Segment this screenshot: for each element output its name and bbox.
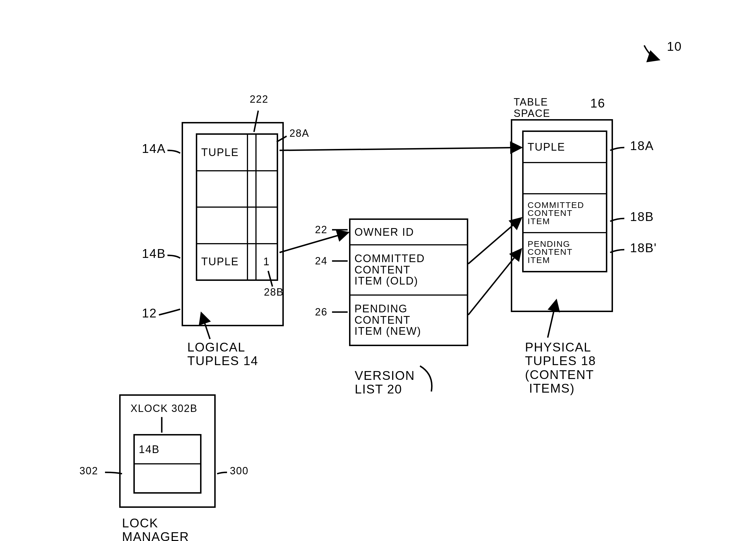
logical-row-a-label: TUPLE (201, 146, 239, 159)
ref-222: 222 (250, 94, 269, 105)
ref-18a: 18A (630, 139, 654, 153)
leader-14a (168, 150, 180, 153)
version-column-divider-1 (247, 133, 248, 281)
version-list-box: OWNER Id COMMITTED CONTENT ITEM (OLD) PE… (349, 219, 468, 346)
physical-caption: PHYSICAL TUPLES 18 (CONTENT ITEMS) (525, 340, 596, 395)
ref-16: 16 (590, 97, 605, 110)
version-column-divider-2 (256, 133, 257, 281)
arrow-14a-to-18a (280, 148, 521, 150)
logical-row-b-label: TUPLE (201, 256, 239, 268)
tablespace-header: TABLE SPACE (514, 97, 550, 119)
leader-12 (159, 309, 180, 315)
version-owner-label: OWNER Id (355, 226, 414, 238)
physical-row-bp-label: PENDING CONTENT ITEM (527, 240, 573, 265)
ref-24: 24 (315, 255, 328, 267)
leader-10 (644, 45, 658, 60)
physical-row-b-label: COMMITTED CONTENT ITEM (527, 201, 584, 226)
lock-list: 14B (133, 434, 202, 494)
version-pending-label: PENDING CONTENT ITEM (NEW) (355, 303, 421, 337)
figure-ref: 10 (667, 40, 682, 53)
version-committed-label: COMMITTED CONTENT ITEM (OLD) (355, 253, 425, 287)
ref-14b: 14B (142, 247, 166, 261)
logical-tuples-table: TUPLE TUPLE 1 (196, 133, 278, 281)
xlock-label: XLOCK 302B (131, 403, 198, 414)
leader-14b (168, 255, 180, 258)
leader-300 (217, 472, 227, 474)
diagram-canvas: 10 TUPLE TUPLE 1 14A 14B 12 222 28A 28B … (0, 0, 756, 541)
physical-tuples-table: TUPLE COMMITTED CONTENT ITEM PENDING CON… (522, 131, 607, 272)
ref-12: 12 (142, 306, 157, 320)
ref-18bp: 18B' (630, 241, 657, 255)
logical-row-b-version-count: 1 (263, 256, 270, 268)
version-list-caption: VERSION LIST 20 (355, 369, 415, 396)
ref-26: 26 (315, 306, 328, 318)
lock-manager-caption: LOCK MANAGER (122, 516, 189, 541)
ref-28a: 28A (290, 128, 309, 139)
ref-300: 300 (230, 465, 249, 477)
leader-version-caption (420, 366, 432, 391)
ref-18b: 18B (630, 210, 654, 224)
physical-row-a-label: TUPLE (527, 141, 565, 153)
locked-tuple-label: 14B (139, 443, 160, 456)
logical-caption: LOGICAL TUPLES 14 (187, 340, 258, 368)
arrow-14b-to-versionlist (280, 233, 348, 253)
ref-302: 302 (79, 465, 98, 477)
ref-14a: 14A (142, 142, 166, 156)
ref-22: 22 (315, 224, 328, 236)
ref-28b: 28B (264, 286, 284, 298)
